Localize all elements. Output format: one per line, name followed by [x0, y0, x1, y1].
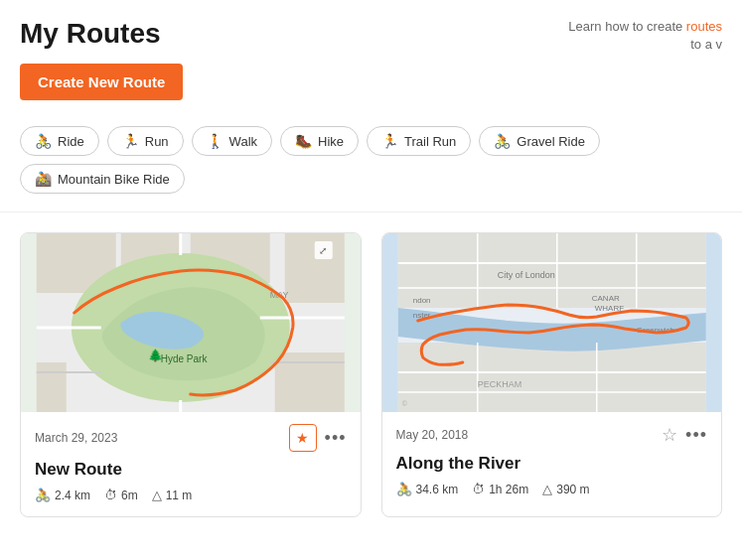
filter-gravel-ride[interactable]: 🚴 Gravel Ride — [479, 126, 600, 156]
more-button-2[interactable]: ••• — [685, 425, 707, 446]
route-card-new-route: Hyde Park 🌲 MAY ⤢ March 29, 2023 ★ ••• — [20, 232, 362, 517]
learn-text: Learn how to create — [568, 19, 686, 34]
duration-value-1: 6m — [121, 489, 138, 502]
svg-text:City of London: City of London — [497, 270, 554, 280]
stat-distance-1: 🚴 2.4 km — [35, 488, 90, 502]
svg-text:🌲: 🌲 — [148, 348, 163, 362]
filter-ride[interactable]: 🚴 Ride — [20, 126, 99, 156]
star-button-1[interactable]: ★ — [289, 424, 317, 452]
ride-icon: 🚴 — [35, 133, 52, 149]
filter-walk-label: Walk — [229, 134, 257, 149]
filter-ride-label: Ride — [58, 134, 84, 149]
more-button-1[interactable]: ••• — [325, 428, 347, 449]
gravel-ride-icon: 🚴 — [494, 133, 511, 149]
stat-duration-1: ⏱ 6m — [104, 488, 138, 502]
learn-link[interactable]: routes — [686, 19, 722, 34]
svg-text:©: © — [401, 400, 407, 407]
svg-text:ndon: ndon — [412, 296, 430, 305]
create-button-row: Create New Route — [0, 64, 742, 116]
route-info-new-route: March 29, 2023 ★ ••• New Route 🚴 2.4 km … — [21, 412, 361, 516]
mountain-bike-icon: 🚵 — [35, 171, 52, 187]
bike-icon-1: 🚴 — [35, 488, 51, 502]
svg-text:CANAR: CANAR — [591, 294, 619, 303]
bike-icon-2: 🚴 — [396, 482, 412, 496]
filter-walk[interactable]: 🚶 Walk — [192, 126, 272, 156]
route-map-london: City of London ndon nster CANAR WHARF Gr… — [382, 233, 722, 412]
elevation-icon-2: △ — [542, 482, 552, 496]
stat-elevation-1: △ 11 m — [152, 488, 193, 502]
route-date-1: March 29, 2023 — [35, 431, 117, 445]
route-actions-2: ☆ ••• — [662, 424, 707, 446]
filter-hike-label: Hike — [318, 134, 344, 149]
route-map-hyde: Hyde Park 🌲 MAY ⤢ — [21, 233, 361, 412]
filter-run[interactable]: 🏃 Run — [107, 126, 184, 156]
clock-icon-1: ⏱ — [104, 488, 117, 502]
star-button-2[interactable]: ☆ — [662, 424, 677, 446]
svg-text:Hyde Park: Hyde Park — [161, 353, 209, 364]
route-date-2: May 20, 2018 — [396, 428, 469, 442]
filter-trail-run-label: Trail Run — [404, 134, 456, 149]
filter-mountain-bike-label: Mountain Bike Ride — [58, 172, 170, 187]
elevation-icon-1: △ — [152, 488, 162, 502]
page-title: My Routes — [20, 18, 161, 50]
svg-text:⤢: ⤢ — [319, 245, 327, 256]
route-name-2: Along the River — [396, 454, 708, 474]
stat-elevation-2: △ 390 m — [542, 482, 589, 496]
learn-text2: to a v — [690, 37, 722, 52]
route-meta-top-2: May 20, 2018 ☆ ••• — [396, 424, 708, 446]
create-new-route-button[interactable]: Create New Route — [20, 64, 183, 100]
elevation-value-1: 11 m — [166, 489, 193, 502]
route-card-along-river: City of London ndon nster CANAR WHARF Gr… — [381, 232, 723, 517]
elevation-value-2: 390 m — [556, 483, 589, 496]
route-stats-2: 🚴 34.6 km ⏱ 1h 26m △ 390 m — [396, 482, 708, 496]
distance-value-1: 2.4 km — [55, 489, 90, 502]
routes-grid: Hyde Park 🌲 MAY ⤢ March 29, 2023 ★ ••• — [0, 212, 742, 517]
hike-icon: 🥾 — [295, 133, 312, 149]
stat-duration-2: ⏱ 1h 26m — [472, 482, 528, 496]
filter-run-label: Run — [145, 134, 169, 149]
run-icon: 🏃 — [122, 133, 139, 149]
route-stats-1: 🚴 2.4 km ⏱ 6m △ 11 m — [35, 488, 347, 502]
route-name-1: New Route — [35, 460, 347, 480]
filter-hike[interactable]: 🥾 Hike — [280, 126, 359, 156]
trail-run-icon: 🏃 — [381, 133, 398, 149]
route-meta-top-1: March 29, 2023 ★ ••• — [35, 424, 347, 452]
svg-text:PECKHAM: PECKHAM — [477, 379, 521, 389]
page-header: My Routes Learn how to create routes to … — [0, 0, 742, 64]
filter-bar: 🚴 Ride 🏃 Run 🚶 Walk 🥾 Hike 🏃 Trail Run 🚴… — [0, 116, 742, 212]
duration-value-2: 1h 26m — [489, 483, 528, 496]
filter-trail-run[interactable]: 🏃 Trail Run — [367, 126, 471, 156]
filter-mountain-bike[interactable]: 🚵 Mountain Bike Ride — [20, 164, 185, 194]
filter-gravel-ride-label: Gravel Ride — [517, 134, 585, 149]
svg-rect-21 — [397, 343, 705, 412]
route-info-along-river: May 20, 2018 ☆ ••• Along the River 🚴 34.… — [382, 412, 722, 510]
learn-section: Learn how to create routes to a v — [563, 18, 722, 54]
stat-distance-2: 🚴 34.6 km — [396, 482, 459, 496]
route-actions-1: ★ ••• — [289, 424, 347, 452]
distance-value-2: 34.6 km — [416, 483, 459, 496]
svg-rect-5 — [37, 362, 67, 412]
walk-icon: 🚶 — [207, 133, 223, 149]
clock-icon-2: ⏱ — [472, 482, 485, 496]
